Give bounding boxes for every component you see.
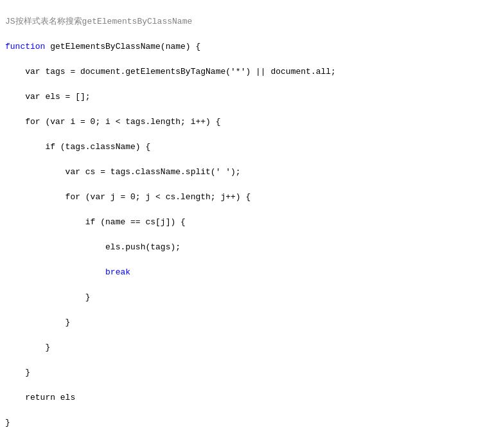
- code-line: }: [5, 316, 478, 329]
- code-line: function getElementsByClassName(name) {: [5, 40, 478, 53]
- code-line: els.push(tags);: [5, 241, 478, 254]
- code-line: }: [5, 366, 478, 379]
- code-line: if (name == cs[j]) {: [5, 216, 478, 229]
- code-line: var cs = tags.className.split(' ');: [5, 166, 478, 179]
- empty-line: [5, 442, 478, 449]
- code-line: for (var j = 0; j < cs.length; j++) {: [5, 191, 478, 204]
- code-line: }: [5, 291, 478, 304]
- code-line: var tags = document.getElementsByTagName…: [5, 66, 478, 78]
- code-line: var els = [];: [5, 91, 478, 103]
- code-line: }: [5, 341, 478, 354]
- section1-header: JS按样式表名称搜索getElementsByClassName: [5, 15, 478, 28]
- code-line: return els: [5, 391, 478, 404]
- code-line: if (tags.className) {: [5, 141, 478, 154]
- code-line: }: [5, 417, 478, 429]
- code-line: for (var i = 0; i < tags.length; i++) {: [5, 116, 478, 129]
- code-line: break: [5, 266, 478, 279]
- code-editor: JS按样式表名称搜索getElementsByClassName functio…: [0, 0, 483, 448]
